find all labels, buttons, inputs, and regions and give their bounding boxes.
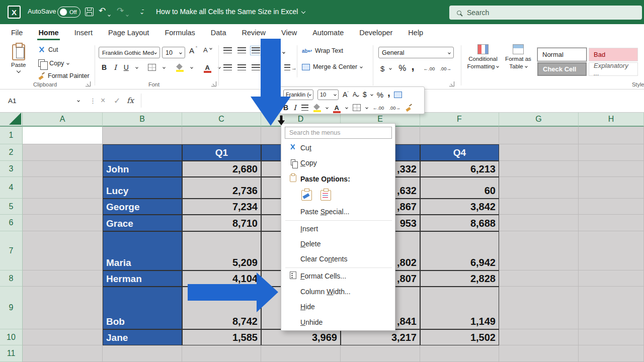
cell-A10[interactable] bbox=[23, 329, 103, 345]
mini-borders-chevron-icon[interactable] bbox=[365, 106, 368, 109]
bold-button[interactable]: B bbox=[102, 63, 107, 71]
cell-D11[interactable] bbox=[261, 345, 341, 362]
style-bad[interactable]: Bad bbox=[589, 48, 638, 61]
mini-font-color-button[interactable]: A bbox=[333, 104, 341, 112]
cell-G9[interactable] bbox=[499, 287, 579, 329]
menu-item-copy[interactable]: Copy bbox=[281, 156, 396, 169]
align-left-button[interactable] bbox=[223, 64, 232, 71]
row-header-6[interactable]: 6 bbox=[0, 215, 23, 231]
excel-logo-icon[interactable]: X bbox=[8, 6, 21, 19]
paste-option-values-icon[interactable] bbox=[320, 190, 331, 201]
fill-color-button[interactable] bbox=[176, 64, 184, 71]
fill-color-chevron-icon[interactable] bbox=[190, 66, 193, 69]
cell-B1[interactable] bbox=[103, 127, 182, 144]
mini-font-size-combo[interactable]: 10 bbox=[317, 89, 339, 100]
cell-F10[interactable]: 1,502 bbox=[420, 329, 499, 345]
row-header-2[interactable]: 2 bbox=[0, 144, 23, 161]
cell-H5[interactable] bbox=[579, 199, 644, 215]
row-header-4[interactable]: 4 bbox=[0, 177, 23, 199]
italic-button[interactable]: I bbox=[114, 63, 117, 71]
cell-A3[interactable] bbox=[23, 161, 103, 177]
cell-H11[interactable] bbox=[579, 345, 644, 362]
cell-H1[interactable] bbox=[579, 127, 644, 144]
column-header-C[interactable]: C bbox=[182, 113, 261, 127]
row-header-7[interactable]: 7 bbox=[0, 231, 23, 270]
font-name-combo[interactable]: Franklin Gothic Med bbox=[99, 47, 160, 58]
mini-align-icon[interactable] bbox=[301, 105, 308, 111]
search-box[interactable]: Search bbox=[449, 6, 642, 20]
mini-italic-button[interactable]: I bbox=[293, 104, 296, 112]
save-icon[interactable] bbox=[85, 8, 94, 16]
mini-shrink-font-button[interactable]: A bbox=[353, 91, 359, 98]
cut-button[interactable]: Cut bbox=[38, 46, 58, 53]
column-header-F[interactable]: F bbox=[420, 113, 499, 127]
menu-item-unhide[interactable]: Unhide bbox=[281, 316, 396, 329]
column-header-A[interactable]: A bbox=[23, 113, 103, 127]
font-dialog-launcher[interactable] bbox=[211, 81, 216, 86]
tab-developer[interactable]: Developer bbox=[358, 25, 393, 40]
cell-A1[interactable] bbox=[23, 127, 103, 144]
mini-currency-button[interactable]: $ bbox=[363, 90, 367, 99]
decrease-decimal-button[interactable]: .00→ bbox=[440, 66, 451, 71]
cell-G7[interactable] bbox=[499, 231, 579, 270]
percent-button[interactable]: % bbox=[398, 63, 406, 73]
mini-percent-button[interactable]: % bbox=[377, 90, 383, 99]
cell-A9[interactable] bbox=[23, 287, 103, 329]
document-title[interactable]: How to Make all Cells the Same Size in E… bbox=[156, 8, 305, 16]
menu-item-column-width[interactable]: Column Width... bbox=[281, 285, 396, 298]
style-normal[interactable]: Normal bbox=[537, 48, 587, 61]
cell-B3[interactable]: John bbox=[103, 161, 182, 177]
cell-G4[interactable] bbox=[499, 177, 579, 199]
tab-help[interactable]: Help bbox=[407, 25, 424, 40]
cell-B5[interactable]: George bbox=[103, 199, 182, 215]
cell-G3[interactable] bbox=[499, 161, 579, 177]
style-explanatory[interactable]: Explanatory ... bbox=[589, 62, 638, 76]
menu-item-cut[interactable]: Cut bbox=[281, 141, 396, 154]
paste-option-formatting-icon[interactable] bbox=[301, 190, 312, 201]
cell-F3[interactable]: 6,213 bbox=[420, 161, 499, 177]
cell-H9[interactable] bbox=[579, 287, 644, 329]
cell-B10[interactable]: Jane bbox=[103, 329, 182, 345]
row-header-3[interactable]: 3 bbox=[0, 161, 23, 177]
mini-font-name-combo[interactable]: Franklin ( bbox=[283, 89, 313, 100]
enter-button[interactable]: ✓ bbox=[114, 94, 120, 108]
column-header-H[interactable]: H bbox=[579, 113, 644, 127]
cell-F5[interactable]: 3,842 bbox=[420, 199, 499, 215]
menu-item-clear-contents[interactable]: Clear Contents bbox=[281, 252, 396, 265]
cell-F4[interactable]: 60 bbox=[420, 177, 499, 199]
increase-indent-button[interactable]: → bbox=[284, 64, 297, 71]
align-right-button[interactable] bbox=[252, 64, 260, 71]
cell-C7[interactable]: 5,209 bbox=[182, 231, 261, 270]
cell-B4[interactable]: Lucy bbox=[103, 177, 182, 199]
row-header-8[interactable]: 8 bbox=[0, 270, 23, 287]
tab-insert[interactable]: Insert bbox=[73, 25, 94, 40]
row-header-10[interactable]: 10 bbox=[0, 329, 23, 345]
cell-B9[interactable]: Bob bbox=[103, 287, 182, 329]
cell-A4[interactable] bbox=[23, 177, 103, 199]
cell-B11[interactable] bbox=[103, 345, 182, 362]
menu-item-hide[interactable]: Hide bbox=[281, 300, 396, 313]
cell-E11[interactable] bbox=[341, 345, 420, 362]
cell-B7[interactable]: Maria bbox=[103, 231, 182, 270]
select-all-corner[interactable] bbox=[0, 113, 23, 127]
mini-decrease-decimal-button[interactable]: .00→ bbox=[389, 105, 400, 111]
row-header-5[interactable]: 5 bbox=[0, 199, 23, 215]
cell-G10[interactable] bbox=[499, 329, 579, 345]
number-dialog-launcher[interactable] bbox=[449, 81, 454, 86]
wrap-text-button[interactable]: ab↩ Wrap Text bbox=[302, 47, 343, 54]
cell-F2[interactable]: Q4 bbox=[420, 144, 499, 161]
borders-chevron-icon[interactable] bbox=[163, 66, 166, 69]
mini-font-color-chevron-icon[interactable] bbox=[345, 106, 348, 109]
cell-G1[interactable] bbox=[499, 127, 579, 144]
tab-automate[interactable]: Automate bbox=[311, 25, 345, 40]
increase-decimal-button[interactable]: ←.00 bbox=[424, 66, 435, 71]
cell-H3[interactable] bbox=[579, 161, 644, 177]
column-header-G[interactable]: G bbox=[499, 113, 579, 127]
name-box[interactable]: A1 bbox=[3, 94, 85, 108]
tab-review[interactable]: Review bbox=[240, 25, 267, 40]
cell-F11[interactable] bbox=[420, 345, 499, 362]
cell-E10[interactable]: 3,217 bbox=[341, 329, 420, 345]
cell-A7[interactable] bbox=[23, 231, 103, 270]
mini-grow-font-button[interactable]: Aˆ bbox=[343, 90, 349, 99]
cell-A2[interactable] bbox=[23, 144, 103, 161]
